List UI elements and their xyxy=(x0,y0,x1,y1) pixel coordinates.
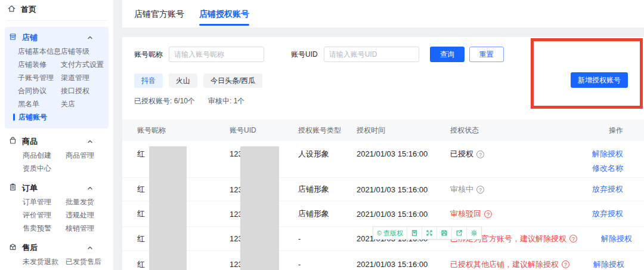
chevron-up-icon[interactable] xyxy=(87,246,93,250)
sidebar-item[interactable]: 店铺等级 xyxy=(61,45,109,58)
col-header-status: 授权状态 xyxy=(450,125,568,136)
sidebar-item[interactable]: 渠道管理 xyxy=(61,71,109,84)
sidebar-group-orders-header[interactable]: 订单 xyxy=(5,181,109,195)
page-tab-bar: 店铺官方账号 店铺授权账号 xyxy=(122,0,644,27)
authorized-count: 已授权账号: 6/10个 xyxy=(134,96,195,106)
status-badge: 已授权其他店铺，建议解除授权? xyxy=(450,259,569,270)
revoke-auth-link[interactable]: 解除授权 xyxy=(568,147,623,161)
sidebar-item[interactable]: 已发货售后 xyxy=(66,255,109,268)
cell-type: 人设形象 xyxy=(298,147,357,161)
col-header-uid: 账号UID xyxy=(230,125,298,136)
nickname-label: 账号昵称 xyxy=(134,50,163,60)
sidebar-item[interactable]: 核销管理 xyxy=(66,222,109,235)
uid-input[interactable] xyxy=(324,47,419,62)
export-button[interactable] xyxy=(452,227,467,239)
sidebar-item[interactable]: 订单管理 xyxy=(23,195,66,208)
col-header-nickname: 账号昵称 xyxy=(137,125,230,136)
cell-time: 2021/01/03 15:16:00 xyxy=(357,147,450,161)
sidebar-group-shop-label: 店铺 xyxy=(22,32,38,43)
sidebar-item[interactable]: 子账号管理 xyxy=(18,71,61,84)
copyright-check-button[interactable]: © 查版权 xyxy=(373,227,407,239)
status-badge: 已授权? xyxy=(450,147,484,161)
orders-icon xyxy=(8,183,17,194)
sidebar-item[interactable]: 售卖预警 xyxy=(23,222,66,235)
platform-tab-toutiao-xigua[interactable]: 今日头条/西瓜 xyxy=(203,73,262,88)
sidebar-group-shop-header[interactable]: 店铺 xyxy=(5,30,109,45)
shop-icon xyxy=(8,32,17,43)
accounts-table: 账号昵称 账号UID 授权账号类型 授权时间 授权状态 操作 红 123 人设形… xyxy=(122,119,644,270)
chevron-up-icon[interactable] xyxy=(87,186,93,191)
table-row: 红 123 店铺形象 2021/01/03 15:16:00 审核中? 放弃授权 xyxy=(122,178,644,201)
sidebar-item[interactable]: 批量发货 xyxy=(66,195,109,208)
abandon-auth-link[interactable]: 放弃授权 xyxy=(592,184,623,195)
cell-time: 2021/01/03 15:16:00 xyxy=(357,210,450,219)
sidebar-item[interactable]: 店铺装修 xyxy=(18,58,61,71)
cell-type: 店铺形象 xyxy=(298,208,357,219)
redacted-nickname-bar xyxy=(149,146,187,270)
sidebar: 首页 店铺 店铺基本信息 店铺等级 店铺装修 支付方式设置 子账号管理 渠道管理… xyxy=(0,0,113,270)
sidebar-item[interactable]: 商品创建 xyxy=(23,149,66,162)
sidebar-divider xyxy=(6,20,107,21)
sidebar-item[interactable]: 合同协议 xyxy=(18,84,61,97)
sidebar-item[interactable]: 商品管理 xyxy=(66,149,109,162)
table-row: 红 123 人设形象 2021/01/03 15:16:00 已授权? 解除授权… xyxy=(122,141,644,178)
sidebar-item[interactable]: 关店 xyxy=(61,97,109,111)
save-icon xyxy=(441,229,448,237)
sidebar-group-orders: 订单 订单管理 批量发货 评价管理 违规处理 售卖预警 核销管理 xyxy=(5,181,109,235)
chevron-up-icon[interactable] xyxy=(87,35,93,40)
reset-button[interactable]: 重置 xyxy=(469,47,504,62)
sidebar-item[interactable]: 未发货退款 xyxy=(23,255,66,268)
search-button[interactable]: 查询 xyxy=(430,47,465,62)
sidebar-item[interactable]: 评价管理 xyxy=(23,208,66,222)
uid-label: 账号UID xyxy=(291,50,318,60)
add-authorized-account-button[interactable]: 新增授权账号 xyxy=(571,72,628,88)
rename-link[interactable]: 修改名称 xyxy=(568,161,623,176)
cell-type: 店铺形象 xyxy=(298,184,357,195)
sidebar-item-home[interactable]: 首页 xyxy=(0,0,113,19)
filter-row: 账号昵称 账号UID 查询 重置 xyxy=(134,47,504,62)
settings-button[interactable] xyxy=(467,227,481,239)
active-indicator-bar xyxy=(13,113,15,121)
tab-official-account[interactable]: 店铺官方账号 xyxy=(134,0,184,27)
revoke-auth-link[interactable]: 解除授权 xyxy=(601,234,632,244)
authorization-summary: 已授权账号: 6/10个 审核中: 1个 xyxy=(134,96,244,106)
sidebar-item-shop-account-active[interactable]: 店铺账号 xyxy=(5,111,109,124)
platform-tab-huoshan[interactable]: 火山 xyxy=(169,73,197,88)
sidebar-item[interactable]: 违规处理 xyxy=(66,208,109,222)
col-header-time: 授权时间 xyxy=(357,125,450,136)
sidebar-item[interactable]: 接口授权 xyxy=(61,84,109,97)
gear-icon xyxy=(470,229,478,237)
table-row: 红 123 店铺形象 2021/01/03 15:16:00 审核驳回? 放弃授… xyxy=(122,201,644,227)
info-icon[interactable]: ? xyxy=(569,235,577,243)
info-icon[interactable]: ? xyxy=(476,186,484,194)
sidebar-group-shop: 店铺 店铺基本信息 店铺等级 店铺装修 支付方式设置 子账号管理 渠道管理 合同… xyxy=(5,27,109,128)
sidebar-item[interactable]: 店铺基本信息 xyxy=(18,45,61,58)
export-icon xyxy=(456,229,463,237)
image-book-button[interactable] xyxy=(407,227,422,239)
sidebar-item[interactable]: 资质中心 xyxy=(23,162,66,175)
cell-type: - xyxy=(298,260,357,269)
expand-button[interactable] xyxy=(422,227,437,239)
reviewing-count: 审核中: 1个 xyxy=(208,96,244,106)
redacted-uid-bar xyxy=(240,146,279,270)
save-button[interactable] xyxy=(437,227,452,239)
status-badge: 审核驳回? xyxy=(450,208,492,219)
revoke-auth-link[interactable]: 解除授权 xyxy=(593,259,624,270)
nickname-input[interactable] xyxy=(169,47,264,62)
aftersale-icon xyxy=(8,243,17,253)
abandon-auth-link[interactable]: 放弃授权 xyxy=(592,208,623,219)
info-icon[interactable]: ? xyxy=(484,210,492,218)
platform-tab-douyin[interactable]: 抖音 xyxy=(134,73,163,88)
sidebar-group-goods-header[interactable]: 商品 xyxy=(5,134,109,149)
sidebar-item[interactable]: 黑名单 xyxy=(18,97,61,111)
sidebar-group-aftersale-header[interactable]: 售后 xyxy=(5,241,109,255)
tab-authorized-account[interactable]: 店铺授权账号 xyxy=(199,0,249,27)
chevron-up-icon[interactable] xyxy=(87,139,93,144)
info-icon[interactable]: ? xyxy=(562,260,569,268)
sidebar-group-goods: 商品 商品创建 商品管理 资质中心 xyxy=(5,134,109,175)
info-icon[interactable]: ? xyxy=(476,151,484,158)
goods-icon xyxy=(8,136,17,147)
col-header-type: 授权账号类型 xyxy=(298,125,357,136)
sidebar-item[interactable]: 支付方式设置 xyxy=(61,58,109,71)
book-icon xyxy=(411,229,418,237)
